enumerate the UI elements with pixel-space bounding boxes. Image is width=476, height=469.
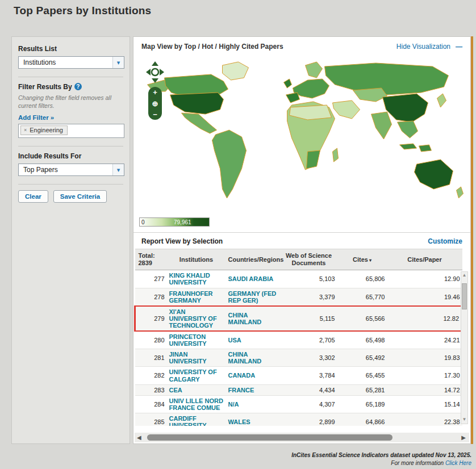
filter-tag-engineering[interactable]: × Engineering: [20, 125, 68, 135]
rank-cell: 278: [135, 288, 167, 306]
column-cites-sortable[interactable]: Cites▾: [337, 249, 387, 270]
filter-tags-box[interactable]: × Engineering: [18, 124, 124, 138]
rank-cell: 280: [135, 331, 167, 349]
cites-per-paper-value: 17.30: [387, 367, 462, 384]
help-icon[interactable]: ?: [74, 83, 82, 90]
table-row: 283 CEA FRANCE 4,434 65,281 14.72: [135, 384, 462, 395]
sidebar-divider: [18, 146, 123, 146]
docs-value: 3,302: [281, 349, 337, 367]
cites-value: 65,281: [337, 384, 387, 395]
filter-tag-label: Engineering: [30, 127, 63, 133]
institution-link[interactable]: CEA: [169, 387, 182, 393]
save-criteria-button[interactable]: Save Criteria: [53, 190, 107, 203]
country-link[interactable]: CANADA: [228, 372, 256, 379]
institution-link[interactable]: UNIVERSITY OF CALGARY: [169, 368, 217, 382]
institution-link[interactable]: JINAN UNIVERSITY: [169, 351, 207, 365]
dataset-update-note: InCites Essential Science Indicators dat…: [291, 451, 471, 459]
filter-note: Changing the filter field removes all cu…: [18, 94, 120, 110]
rank-cell: 277: [135, 270, 167, 288]
main-panel: Map View by Top / Hot / Highly Cited Pap…: [133, 36, 471, 444]
filter-results-label-text: Filter Results By: [18, 83, 72, 91]
globe-icon[interactable]: ⊕: [152, 100, 158, 107]
cites-value: 65,189: [337, 395, 387, 413]
map-zoom-control[interactable]: + ⊕ −: [148, 87, 162, 120]
institution-link[interactable]: UNIV LILLE NORD FRANCE COMUE: [169, 397, 223, 411]
table-row: 277 KING KHALID UNIVERSITY SAUDI ARABIA …: [135, 270, 462, 288]
horizontal-scrollbar[interactable]: ◀ ▶: [135, 433, 469, 442]
institution-link[interactable]: FRAUNHOFER GERMANY: [169, 290, 213, 304]
add-filter-link[interactable]: Add Filter »: [18, 114, 54, 121]
institution-link[interactable]: KING KHALID UNIVERSITY: [169, 272, 210, 286]
report-table-container: Total: 2839 Institutions Countries/Regio…: [134, 249, 470, 426]
zoom-in-icon[interactable]: +: [153, 89, 157, 96]
institution-link[interactable]: XI'AN UNIVERSITY OF TECHNOLOGY: [169, 308, 217, 329]
map-controls: + ⊕ −: [144, 61, 166, 120]
filters-sidebar: Results List Institutions ▾ Filter Resul…: [11, 36, 130, 444]
dataset-footer: InCites Essential Science Indicators dat…: [291, 451, 471, 467]
page-title: Top Papers by Institutions: [14, 5, 151, 17]
docs-value: 4,434: [281, 384, 337, 395]
column-wos-documents: Web of Science Documents: [281, 249, 337, 270]
rank-cell: 285: [135, 413, 167, 426]
column-cites-per-paper: Cites/Paper: [387, 249, 462, 270]
vertical-scroll-thumb[interactable]: [462, 283, 467, 309]
cites-value: 65,770: [337, 288, 387, 306]
table-row: 282 UNIVERSITY OF CALGARY CANADA 3,784 6…: [135, 367, 462, 384]
cites-per-paper-value: 19.83: [387, 349, 462, 367]
sort-desc-icon: ▾: [369, 258, 371, 263]
more-info-text: For more information: [391, 460, 445, 466]
vertical-scrollbar[interactable]: ▲ ▼: [461, 271, 468, 424]
country-link[interactable]: FRANCE: [228, 387, 254, 393]
remove-filter-icon[interactable]: ×: [24, 127, 27, 133]
world-map-visualization[interactable]: [137, 55, 467, 214]
country-link[interactable]: WALES: [228, 418, 250, 425]
map-pan-compass-icon[interactable]: [144, 61, 166, 83]
institution-link[interactable]: PRINCETON UNIVERSITY: [169, 333, 207, 347]
report-header: Report View by Selection Customize: [133, 232, 470, 249]
rank-cell: 281: [135, 349, 167, 367]
country-link[interactable]: USA: [228, 337, 241, 344]
country-link[interactable]: CHINA MAINLAND: [228, 351, 262, 365]
chevron-down-icon[interactable]: ▾: [112, 57, 124, 68]
column-total: Total: 2839: [135, 249, 167, 270]
chevron-down-icon[interactable]: ▾: [112, 164, 124, 175]
report-view-title: Report View by Selection: [141, 237, 223, 245]
institution-link[interactable]: CARDIFF UNIVERSITY: [169, 415, 207, 426]
scroll-up-icon[interactable]: ▲: [462, 272, 467, 279]
horizontal-scroll-thumb[interactable]: [147, 434, 393, 441]
cites-per-paper-value: 15.14: [387, 395, 462, 413]
click-here-link[interactable]: Click Here: [445, 460, 471, 466]
rank-cell: 279: [135, 306, 167, 331]
cites-value: 65,492: [337, 349, 387, 367]
scroll-down-icon[interactable]: ▼: [462, 416, 467, 423]
hide-visualization-link[interactable]: Hide Visualization —: [396, 43, 462, 51]
cites-value: 64,866: [337, 413, 387, 426]
country-link[interactable]: CHINA MAINLAND: [228, 312, 262, 325]
scroll-right-icon[interactable]: ▶: [459, 434, 468, 441]
include-results-dropdown[interactable]: Top Papers ▾: [18, 164, 124, 176]
map-color-legend: 0 79,961: [139, 217, 210, 227]
scroll-left-icon[interactable]: ◀: [135, 434, 144, 441]
country-link[interactable]: GERMANY (FED REP GER): [228, 290, 277, 304]
cites-value: 65,455: [337, 367, 387, 384]
docs-value: 4,307: [281, 395, 337, 413]
results-list-dropdown[interactable]: Institutions ▾: [18, 56, 124, 69]
column-countries: Countries/Regions: [226, 249, 281, 270]
country-link[interactable]: N/A: [228, 401, 239, 408]
customize-link[interactable]: Customize: [428, 237, 462, 245]
sidebar-divider: [18, 77, 123, 77]
cites-value: 65,566: [337, 306, 387, 331]
cites-per-paper-value: 14.72: [387, 384, 462, 395]
zoom-out-icon[interactable]: −: [153, 111, 157, 118]
column-institutions: Institutions: [167, 249, 226, 270]
map-view-title: Map View by Top / Hot / Highly Cited Pap…: [141, 43, 283, 51]
cites-per-paper-value: 12.90: [387, 270, 462, 288]
collapse-icon: —: [456, 43, 462, 51]
map-area: + ⊕ −: [137, 55, 467, 214]
cites-per-paper-value: 19.46: [387, 288, 462, 306]
country-link[interactable]: SAUDI ARABIA: [228, 275, 274, 282]
cites-per-paper-value: 12.82: [387, 306, 462, 331]
hide-visualization-label: Hide Visualization: [396, 43, 450, 51]
clear-button[interactable]: Clear: [18, 190, 48, 203]
cites-value: 65,806: [337, 270, 387, 288]
